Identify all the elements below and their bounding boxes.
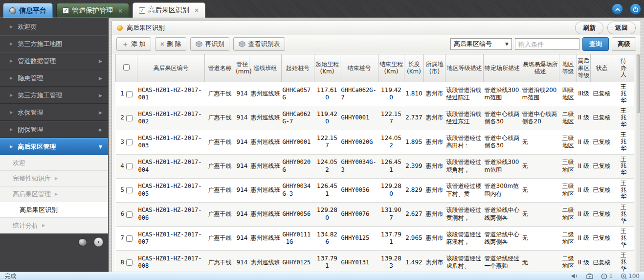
table-row[interactable]: 7HCAS-HZ01-HZ-2017-007广惠干线914惠州巡线班GHHY01… xyxy=(116,227,634,251)
table-row[interactable]: 2HCAS-HZ01-HZ-2017-002广惠干线914惠州巡线班GHHCa0… xyxy=(116,106,634,130)
panel-header: 高后果区识别 刷新 返回 xyxy=(112,21,641,35)
sidebar-item[interactable]: ▶高后果区管理▼ xyxy=(0,138,108,155)
sidebar-item[interactable]: ▶隐患管理▶ xyxy=(0,70,108,87)
sidebar-subitem[interactable]: 高后果区管理▶ xyxy=(0,187,108,202)
table-cell: 131.907 xyxy=(378,202,404,226)
sidebar-item[interactable]: ▶阴保管理▶ xyxy=(0,121,108,138)
zoom-level-control[interactable]: 100 xyxy=(621,273,640,280)
sidebar-item[interactable]: ▶管道数据管理▶ xyxy=(0,52,108,70)
table-cell: 惠州巡线班 xyxy=(249,202,282,226)
toolbox-icon[interactable] xyxy=(586,273,593,279)
column-header[interactable]: 地区等级 xyxy=(559,54,577,82)
tab-hca-identification[interactable]: ✓ 高后果区识别 × xyxy=(133,2,205,18)
table-cell: 二级地区 xyxy=(559,227,577,251)
row-checkbox[interactable] xyxy=(126,259,133,266)
reidentify-button[interactable]: 再识别 xyxy=(190,37,229,51)
page-title: 高后果区识别 xyxy=(127,23,165,32)
plus-icon: ＋ xyxy=(122,41,129,47)
column-header[interactable]: 巡线班组 xyxy=(249,54,282,82)
column-header[interactable]: 特定场所描述 xyxy=(484,54,521,82)
table-cell: GHHY0125 xyxy=(340,227,378,251)
view-identification-table-button[interactable]: 查看识别表 xyxy=(233,37,285,51)
zone-badge-icon[interactable]: 1 xyxy=(601,273,613,280)
column-header[interactable]: 起始里程(Km) xyxy=(314,54,340,82)
table-row[interactable]: 8HCAS-HZ01-HZ-2017-008广惠干线914惠州巡线班GHHY01… xyxy=(116,251,634,272)
globe-icon xyxy=(9,7,16,14)
add-button[interactable]: ＋ 添 加 xyxy=(116,37,151,51)
theme-icon[interactable] xyxy=(78,238,87,246)
column-header[interactable]: 结束桩号 xyxy=(340,54,378,82)
sound-icon[interactable] xyxy=(571,273,578,279)
column-header[interactable]: 管道名称 xyxy=(205,54,235,82)
search-button[interactable]: 查询 xyxy=(582,37,609,51)
table-cell: 广惠干线 xyxy=(205,106,235,130)
table-cell: 王兆华 xyxy=(613,106,634,130)
sidebar-item[interactable]: ▶水保管理▶ xyxy=(0,104,108,121)
column-header[interactable]: 高后果区等级 xyxy=(577,54,591,82)
filter-field-select[interactable]: 高后果区编号 ▼ xyxy=(450,38,512,50)
row-checkbox[interactable] xyxy=(126,235,133,242)
table-cell: 122.157 xyxy=(314,130,340,154)
sidebar-subitem[interactable]: 高后果区识别 xyxy=(0,202,108,218)
column-header[interactable]: 待办人 xyxy=(613,54,634,82)
table-cell: 已复核 xyxy=(591,82,613,106)
row-checkbox[interactable] xyxy=(126,115,133,121)
advanced-button[interactable]: 高级 xyxy=(612,37,636,51)
sidebar-subitem-label: 统计分析 xyxy=(13,221,38,230)
cube-icon xyxy=(239,41,245,47)
scrollbar-thumb[interactable] xyxy=(637,54,640,113)
column-header[interactable]: 状态 xyxy=(591,54,613,82)
sidebar-subitem[interactable]: 完整性知识库▶ xyxy=(0,171,108,187)
column-header[interactable]: 高后果区编号 xyxy=(137,54,205,82)
table-cell: 无 xyxy=(521,202,559,226)
table-cell: HCAS-HZ01-HZ-2017-005 xyxy=(137,178,205,202)
column-header[interactable]: 易燃易爆场所描述 xyxy=(521,54,559,82)
close-icon[interactable]: × xyxy=(194,8,199,13)
tab-info-platform[interactable]: 信息平台 xyxy=(3,3,53,18)
condition-input[interactable] xyxy=(515,38,579,50)
logout-button[interactable] xyxy=(630,3,641,15)
back-button[interactable]: 返回 xyxy=(607,22,636,34)
sidebar-item[interactable]: ▶欢迎页 xyxy=(0,18,108,35)
table-row[interactable]: 4HCAS-HZ01-HZ-2017-004广惠干线914惠州巡线班GHHY00… xyxy=(116,154,634,178)
tab-pipeline-protection[interactable]: ✓ 管道保护管理 × xyxy=(56,3,129,18)
column-header[interactable]: 管径(mm) xyxy=(235,54,249,82)
collapse-sidebar-button[interactable]: ‹ xyxy=(94,237,103,247)
sidebar-item-label: 阴保管理 xyxy=(18,125,43,134)
scroll-top-button[interactable] xyxy=(612,3,623,15)
table-cell: 129.280 xyxy=(314,202,340,226)
table-cell: GHHY0125 xyxy=(282,251,314,272)
sidebar-subitem[interactable]: 欢迎 xyxy=(0,155,108,171)
row-checkbox[interactable] xyxy=(126,187,133,193)
row-index: 6 xyxy=(120,210,124,218)
table-row[interactable]: 1HCAS-HZ01-HZ-2017-001广惠干线914惠州巡线班GHHCa0… xyxy=(116,82,634,106)
table-cell: 广惠干线 xyxy=(205,202,235,226)
sidebar-footer: ‹ xyxy=(0,233,108,272)
table-cell: 124.052 xyxy=(314,154,340,178)
table-row[interactable]: 3HCAS-HZ01-HZ-2017-003广惠干线914惠州巡线班GHHY00… xyxy=(116,130,634,154)
table-cell: 1.492 xyxy=(404,251,424,272)
sidebar-item[interactable]: ▶第三方施工地图 xyxy=(0,35,108,52)
select-all-header[interactable] xyxy=(116,54,137,82)
column-header[interactable]: 长度(Km) xyxy=(404,54,424,82)
column-header[interactable]: 起始桩号 xyxy=(282,54,314,82)
close-icon[interactable]: × xyxy=(118,8,123,13)
table-cell: HCAS-HZ01-HZ-2017-008 xyxy=(137,251,205,272)
column-header[interactable]: 地区等级描述 xyxy=(445,54,484,82)
sidebar-subitem[interactable]: 统计分析▶ xyxy=(0,218,108,233)
sidebar-item[interactable]: ▶第三方施工管理▶ xyxy=(0,87,108,104)
vertical-scrollbar[interactable] xyxy=(636,54,641,272)
table-row[interactable]: 6HCAS-HZ01-HZ-2017-006广惠干线914惠州巡线班GHHY00… xyxy=(116,202,634,226)
chevron-right-icon: ▶ xyxy=(99,110,102,115)
delete-button[interactable]: × 删 除 xyxy=(155,37,187,51)
select-all-checkbox[interactable] xyxy=(123,64,130,70)
row-checkbox[interactable] xyxy=(126,163,133,169)
column-header[interactable]: 所属地(市) xyxy=(424,54,445,82)
row-checkbox[interactable] xyxy=(126,91,133,97)
row-checkbox[interactable] xyxy=(126,211,133,218)
column-header[interactable]: 结束里程(Km) xyxy=(378,54,404,82)
row-checkbox[interactable] xyxy=(126,139,133,145)
table-row[interactable]: 5HCAS-HZ01-HZ-2017-005广惠干线914惠州巡线班GHHY00… xyxy=(116,178,634,202)
table-cell: 1.895 xyxy=(404,130,424,154)
refresh-button[interactable]: 刷新 xyxy=(575,22,603,34)
